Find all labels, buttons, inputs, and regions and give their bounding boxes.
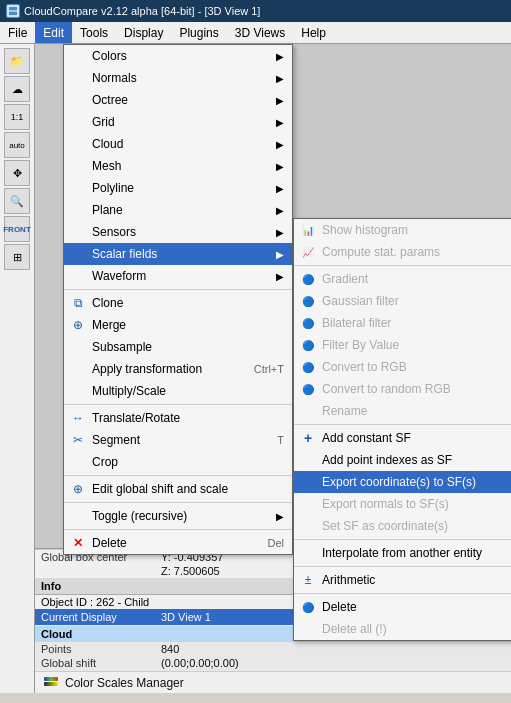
main-layout: 📁 ☁ 1:1 auto ✥ 🔍 FRONT ⊞ Colors ▶ Normal… bbox=[0, 44, 511, 693]
sep-s3 bbox=[294, 539, 511, 540]
shortcut-t: T bbox=[277, 434, 284, 446]
menu-segment[interactable]: ✂ Segment T bbox=[64, 429, 292, 451]
menu-translate-rotate[interactable]: ↔ Translate/Rotate bbox=[64, 407, 292, 429]
svg-rect-3 bbox=[44, 682, 58, 686]
sep-s2 bbox=[294, 424, 511, 425]
content-area: Colors ▶ Normals ▶ Octree ▶ Grid ▶ Cloud… bbox=[35, 44, 511, 693]
clone-icon: ⧉ bbox=[70, 295, 86, 311]
histogram-icon: 📊 bbox=[300, 222, 316, 238]
arrow-icon: ▶ bbox=[276, 227, 284, 238]
global-shift-row: Global shift (0.00;0.00;0.00) bbox=[35, 656, 511, 670]
sidebar-zoom-btn[interactable]: 🔍 bbox=[4, 188, 30, 214]
object-id-value: Object ID : 262 - Child bbox=[41, 596, 149, 608]
points-row: Points 840 bbox=[35, 642, 511, 656]
shortcut-ctrl-t: Ctrl+T bbox=[254, 363, 284, 375]
submenu-gradient[interactable]: 🔵 Gradient bbox=[294, 268, 511, 290]
arrow-icon: ▶ bbox=[276, 51, 284, 62]
menu-waveform[interactable]: Waveform ▶ bbox=[64, 265, 292, 287]
color-scales-icon bbox=[43, 673, 59, 692]
arrow-icon: ▶ bbox=[276, 205, 284, 216]
current-display-label: Current Display bbox=[41, 611, 161, 623]
title-bar: CloudCompare v2.12 alpha [64-bit] - [3D … bbox=[0, 0, 511, 22]
menu-help[interactable]: Help bbox=[293, 22, 334, 43]
submenu-gaussian-filter[interactable]: 🔵 Gaussian filter bbox=[294, 290, 511, 312]
menu-plugins[interactable]: Plugins bbox=[171, 22, 226, 43]
submenu-compute-stat[interactable]: 📈 Compute stat. params bbox=[294, 241, 511, 263]
menu-scalar-fields[interactable]: Scalar fields ▶ bbox=[64, 243, 292, 265]
submenu-interpolate[interactable]: Interpolate from another entity bbox=[294, 542, 511, 564]
submenu-rename[interactable]: Rename bbox=[294, 400, 511, 422]
menu-apply-transformation[interactable]: Apply transformation Ctrl+T bbox=[64, 358, 292, 380]
color-scales-label[interactable]: Color Scales Manager bbox=[65, 676, 184, 690]
menu-crop[interactable]: Crop bbox=[64, 451, 292, 473]
menu-delete[interactable]: ✕ Delete Del bbox=[64, 532, 292, 554]
arrow-icon: ▶ bbox=[276, 139, 284, 150]
menu-file[interactable]: File bbox=[0, 22, 35, 43]
edit-menu-dropdown: Colors ▶ Normals ▶ Octree ▶ Grid ▶ Cloud… bbox=[63, 44, 293, 555]
sep2 bbox=[64, 404, 292, 405]
sidebar-auto-btn[interactable]: auto bbox=[4, 132, 30, 158]
app-icon bbox=[6, 4, 20, 18]
menu-clone[interactable]: ⧉ Clone bbox=[64, 292, 292, 314]
submenu-bilateral-filter[interactable]: 🔵 Bilateral filter bbox=[294, 312, 511, 334]
submenu-convert-random-rgb[interactable]: 🔵 Convert to random RGB bbox=[294, 378, 511, 400]
points-value: 840 bbox=[161, 643, 179, 655]
arrow-icon: ▶ bbox=[276, 95, 284, 106]
menu-toggle-recursive[interactable]: Toggle (recursive) ▶ bbox=[64, 505, 292, 527]
submenu-delete-all[interactable]: Delete all (!) bbox=[294, 618, 511, 640]
sidebar-grid2-btn[interactable]: ⊞ bbox=[4, 244, 30, 270]
menu-merge[interactable]: ⊕ Merge bbox=[64, 314, 292, 336]
menu-normals[interactable]: Normals ▶ bbox=[64, 67, 292, 89]
submenu-show-histogram[interactable]: 📊 Show histogram bbox=[294, 219, 511, 241]
menu-cloud[interactable]: Cloud ▶ bbox=[64, 133, 292, 155]
menu-edit-global-shift[interactable]: ⊕ Edit global shift and scale bbox=[64, 478, 292, 500]
menu-plane[interactable]: Plane ▶ bbox=[64, 199, 292, 221]
global-box-center-label2 bbox=[41, 565, 161, 577]
menu-octree[interactable]: Octree ▶ bbox=[64, 89, 292, 111]
menu-grid[interactable]: Grid ▶ bbox=[64, 111, 292, 133]
arrow-icon: ▶ bbox=[276, 117, 284, 128]
menu-display[interactable]: Display bbox=[116, 22, 171, 43]
delete-small-icon: 🔵 bbox=[300, 599, 316, 615]
sep-s4 bbox=[294, 566, 511, 567]
submenu-add-point-indexes[interactable]: Add point indexes as SF bbox=[294, 449, 511, 471]
submenu-export-coordinates[interactable]: Export coordinate(s) to SF(s) bbox=[294, 471, 511, 493]
arrow-icon: ▶ bbox=[276, 271, 284, 282]
arrow-icon: ▶ bbox=[276, 73, 284, 84]
points-label: Points bbox=[41, 643, 161, 655]
color-scales-row: Color Scales Manager bbox=[35, 671, 511, 693]
sidebar-size-btn[interactable]: 1:1 bbox=[4, 104, 30, 130]
filter-icon: 🔵 bbox=[300, 337, 316, 353]
sep-s5 bbox=[294, 593, 511, 594]
submenu-export-normals[interactable]: Export normals to SF(s) bbox=[294, 493, 511, 515]
menu-polyline[interactable]: Polyline ▶ bbox=[64, 177, 292, 199]
sidebar-open-btn[interactable]: 📁 bbox=[4, 48, 30, 74]
current-display-value: 3D View 1 bbox=[161, 611, 211, 623]
menu-subsample[interactable]: Subsample bbox=[64, 336, 292, 358]
sidebar-cloud-btn[interactable]: ☁ bbox=[4, 76, 30, 102]
menu-sensors[interactable]: Sensors ▶ bbox=[64, 221, 292, 243]
submenu-convert-rgb[interactable]: 🔵 Convert to RGB bbox=[294, 356, 511, 378]
menu-mesh[interactable]: Mesh ▶ bbox=[64, 155, 292, 177]
submenu-add-constant-sf[interactable]: + Add constant SF bbox=[294, 427, 511, 449]
submenu-delete[interactable]: 🔵 Delete bbox=[294, 596, 511, 618]
window-title: CloudCompare v2.12 alpha [64-bit] - [3D … bbox=[24, 5, 260, 17]
arrow-icon: ▶ bbox=[276, 511, 284, 522]
menu-edit[interactable]: Edit bbox=[35, 22, 72, 43]
submenu-arithmetic[interactable]: ± Arithmetic bbox=[294, 569, 511, 591]
submenu-set-sf-coordinate[interactable]: Set SF as coordinate(s) bbox=[294, 515, 511, 537]
menu-bar: File Edit Tools Display Plugins 3D Views… bbox=[0, 22, 511, 44]
arrow-icon: ▶ bbox=[276, 249, 284, 260]
sidebar-move-btn[interactable]: ✥ bbox=[4, 160, 30, 186]
menu-tools[interactable]: Tools bbox=[72, 22, 116, 43]
global-shift-label: Global shift bbox=[41, 657, 161, 669]
menu-multiply-scale[interactable]: Multiply/Scale bbox=[64, 380, 292, 402]
sep4 bbox=[64, 502, 292, 503]
menu-3dviews[interactable]: 3D Views bbox=[227, 22, 293, 43]
menu-colors[interactable]: Colors ▶ bbox=[64, 45, 292, 67]
sidebar-view-btn[interactable]: FRONT bbox=[4, 216, 30, 242]
submenu-filter-by-value[interactable]: 🔵 Filter By Value bbox=[294, 334, 511, 356]
global-box-z-value: Z: 7.500605 bbox=[161, 565, 220, 577]
arrow-icon: ▶ bbox=[276, 161, 284, 172]
plus-icon: + bbox=[300, 430, 316, 446]
